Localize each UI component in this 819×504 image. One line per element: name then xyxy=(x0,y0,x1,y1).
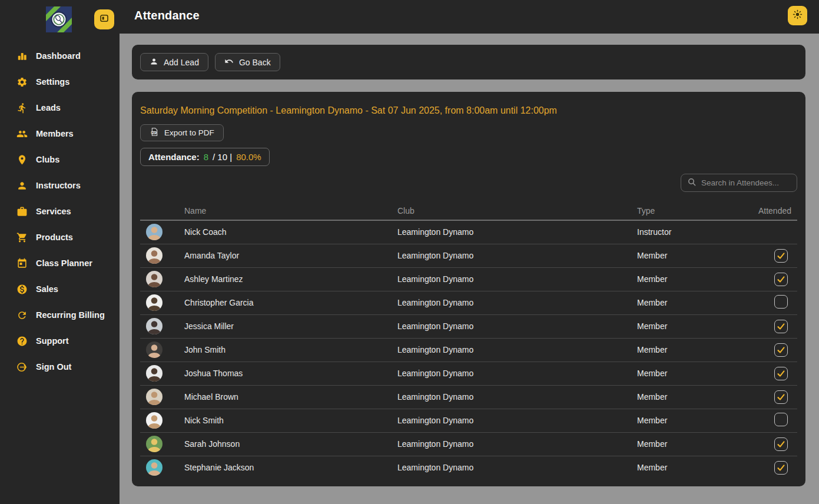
attendance-percent: 80.0% xyxy=(236,152,261,162)
column-header-attended: Attended xyxy=(730,201,797,220)
attendee-type: Member xyxy=(637,385,730,409)
attended-checkbox[interactable] xyxy=(774,413,788,426)
briefcase-icon xyxy=(16,206,28,217)
attended-checkbox[interactable] xyxy=(774,437,788,451)
attended-checkbox[interactable] xyxy=(774,343,788,357)
attendee-name: John Smith xyxy=(184,338,397,362)
attendee-club: Leamington Dynamo xyxy=(397,244,637,267)
sidebar-item-label: Support xyxy=(36,336,69,346)
attendee-type: Member xyxy=(637,291,730,314)
sidebar-item-clubs[interactable]: Clubs xyxy=(0,147,120,173)
attended-checkbox[interactable] xyxy=(774,295,788,309)
table-row: Michael BrownLeamington DynamoMember xyxy=(140,385,797,409)
attended-checkbox[interactable] xyxy=(774,273,788,286)
attendees-table: NameClubTypeAttended Nick CoachLeamingto… xyxy=(140,201,797,479)
column-header-avatar xyxy=(140,201,184,220)
go-back-label: Go Back xyxy=(239,58,271,67)
attendee-type: Member xyxy=(637,267,730,291)
gear-icon xyxy=(16,77,28,88)
sidebar-item-dashboard[interactable]: Dashboard xyxy=(0,43,120,69)
sidebar-item-label: Dashboard xyxy=(36,51,81,61)
attendees-table-body: Nick CoachLeamington DynamoInstructorAma… xyxy=(140,220,797,479)
attendee-type: Member xyxy=(637,409,730,432)
avatar xyxy=(146,247,163,264)
column-header-name: Name xyxy=(184,201,397,220)
person-add-icon xyxy=(150,57,158,68)
sidebar-item-leads[interactable]: Leads xyxy=(0,95,120,121)
attendee-type: Member xyxy=(637,432,730,456)
sidebar-item-recurring-billing[interactable]: Recurring Billing xyxy=(0,302,120,328)
sidebar-item-services[interactable]: Services xyxy=(0,198,120,224)
table-header-row: NameClubTypeAttended xyxy=(140,201,797,220)
avatar xyxy=(146,318,163,334)
sidebar-item-class-planner[interactable]: Class Planner xyxy=(0,250,120,276)
attendee-name: Ashley Martinez xyxy=(184,267,397,291)
person-icon xyxy=(16,180,28,191)
attendance-total: / 10 | xyxy=(213,152,232,162)
sidebar-item-label: Class Planner xyxy=(36,258,92,268)
refresh-icon xyxy=(16,310,28,321)
sidebar-item-label: Products xyxy=(36,233,73,242)
people-icon xyxy=(16,128,28,140)
attended-checkbox[interactable] xyxy=(774,320,788,333)
sidebar-item-label: Sign Out xyxy=(36,362,71,372)
avatar xyxy=(146,294,163,311)
attended-checkbox[interactable] xyxy=(774,461,788,475)
sidebar-item-label: Leads xyxy=(36,103,61,112)
sidebar-item-instructors[interactable]: Instructors xyxy=(0,173,120,198)
attendees-search-box xyxy=(681,174,797,192)
attendee-name: Stephanie Jackson xyxy=(184,456,397,479)
add-lead-button[interactable]: Add Lead xyxy=(140,53,208,71)
attended-checkbox[interactable] xyxy=(774,367,788,380)
attendee-club: Leamington Dynamo xyxy=(397,456,637,479)
attendee-name: Michael Brown xyxy=(184,385,397,409)
table-row: Nick SmithLeamington DynamoMember xyxy=(140,409,797,432)
sidebar-item-label: Instructors xyxy=(36,181,81,190)
sidebar: DashboardSettingsLeadsMembersClubsInstru… xyxy=(0,34,120,504)
attendance-summary-badge: Attendance: 8 / 10 | 80.0% xyxy=(140,148,270,166)
attended-checkbox[interactable] xyxy=(774,249,788,263)
table-row: Jessica MillerLeamington DynamoMember xyxy=(140,314,797,338)
attendance-label: Attendance: xyxy=(148,152,200,162)
cart-icon xyxy=(16,232,28,243)
sidebar-item-sales[interactable]: Sales xyxy=(0,276,120,302)
search-input[interactable] xyxy=(701,178,791,187)
attendee-name: Nick Coach xyxy=(184,220,397,244)
search-icon xyxy=(687,177,697,189)
panel-toggle-icon xyxy=(99,13,110,26)
page-title: Attendance xyxy=(134,9,200,22)
table-row: Christopher GarciaLeamington DynamoMembe… xyxy=(140,291,797,314)
avatar xyxy=(146,271,163,287)
go-back-button[interactable]: Go Back xyxy=(215,53,280,71)
attendee-name: Joshua Thomas xyxy=(184,362,397,385)
sign-out-icon xyxy=(16,362,28,373)
avatar xyxy=(146,459,163,476)
question-circle-icon xyxy=(16,336,28,347)
sidebar-item-products[interactable]: Products xyxy=(0,224,120,250)
attendee-name: Christopher Garcia xyxy=(184,291,397,314)
avatar xyxy=(146,436,163,452)
attendee-name: Sarah Johnson xyxy=(184,432,397,456)
table-row: Stephanie JacksonLeamington DynamoMember xyxy=(140,456,797,479)
action-toolbar: Add Lead Go Back xyxy=(132,45,805,79)
theme-toggle-button[interactable] xyxy=(788,6,807,25)
sidebar-item-support[interactable]: Support xyxy=(0,328,120,354)
sun-icon xyxy=(792,9,803,22)
avatar xyxy=(146,224,163,240)
attendee-club: Leamington Dynamo xyxy=(397,267,637,291)
attended-checkbox[interactable] xyxy=(774,390,788,404)
main-content: Add Lead Go Back Saturday Morning Compet… xyxy=(120,34,819,504)
attendee-club: Leamington Dynamo xyxy=(397,362,637,385)
export-pdf-label: Export to PDF xyxy=(164,128,214,137)
pdf-file-icon: PDF xyxy=(150,127,159,138)
sidebar-item-sign-out[interactable]: Sign Out xyxy=(0,354,120,380)
avatar xyxy=(146,412,163,429)
sidebar-item-label: Clubs xyxy=(36,155,59,164)
attendee-type: Instructor xyxy=(637,220,730,244)
export-pdf-button[interactable]: PDF Export to PDF xyxy=(140,124,224,141)
sidebar-item-settings[interactable]: Settings xyxy=(0,69,120,95)
sidebar-item-members[interactable]: Members xyxy=(0,121,120,147)
table-row: Joshua ThomasLeamington DynamoMember xyxy=(140,362,797,385)
sidebar-item-label: Sales xyxy=(36,284,58,294)
sidebar-toggle-button[interactable] xyxy=(94,9,114,29)
